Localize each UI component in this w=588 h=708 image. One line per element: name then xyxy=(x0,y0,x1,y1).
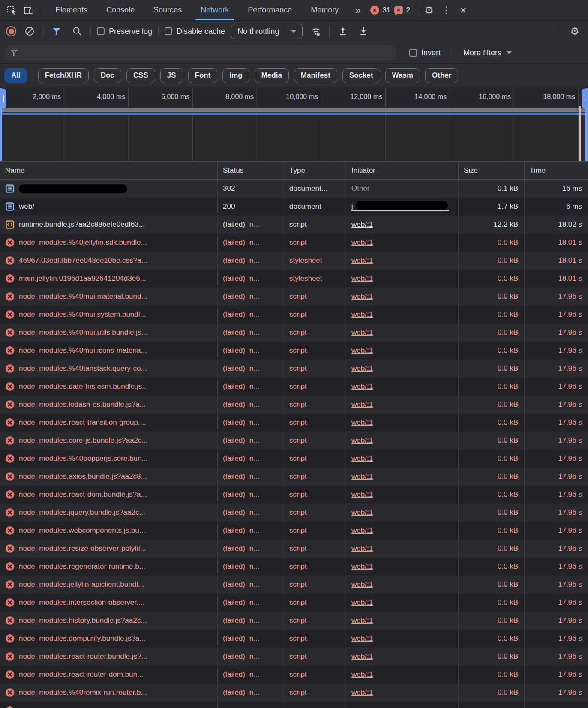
initiator-link[interactable]: web/:1 xyxy=(351,292,373,301)
chip-doc[interactable]: Doc xyxy=(94,68,121,83)
chip-media[interactable]: Media xyxy=(255,68,289,83)
network-request-row[interactable]: node_modules.history.bundle.js?aa2c...(f… xyxy=(0,612,588,630)
network-request-row[interactable] xyxy=(0,702,588,708)
initiator-link[interactable]: web/:1 xyxy=(351,562,373,571)
initiator-link[interactable]: web/:1 xyxy=(351,670,373,679)
initiator-link[interactable]: web/:1 xyxy=(351,238,373,247)
filter-icon[interactable] xyxy=(49,24,64,39)
initiator-link[interactable]: web/:1 xyxy=(351,508,373,517)
network-request-row[interactable]: web/200documentj1.7 kB6 ms xyxy=(0,198,588,216)
filter-input-container[interactable] xyxy=(4,45,396,61)
initiator-link[interactable]: web/:1 xyxy=(351,544,373,553)
settings-gear-icon[interactable]: ⚙ xyxy=(422,3,436,18)
network-request-row[interactable]: node_modules.date-fns.esm.bundle.js...(f… xyxy=(0,378,588,396)
network-request-row[interactable]: node_modules.%40mui.system.bundl...(fail… xyxy=(0,306,588,324)
close-devtools-icon[interactable]: ✕ xyxy=(456,3,471,18)
column-header-status[interactable]: Status xyxy=(217,162,284,179)
tab-sources[interactable]: Sources xyxy=(144,0,191,20)
initiator-link[interactable]: web/:1 xyxy=(351,400,373,409)
network-request-row[interactable]: node_modules.%40remix-run.router.b...(fa… xyxy=(0,684,588,702)
device-toolbar-icon[interactable] xyxy=(21,3,36,18)
overview-left-handle[interactable] xyxy=(0,89,6,108)
preserve-log-checkbox[interactable]: Preserve log xyxy=(97,27,152,36)
network-request-row[interactable]: node_modules.react-router.bundle.js?...(… xyxy=(0,648,588,666)
tab-console[interactable]: Console xyxy=(97,0,144,20)
error-badge-icon[interactable]: ✕ xyxy=(370,6,379,15)
chip-css[interactable]: CSS xyxy=(126,68,155,83)
chip-fetch-xhr[interactable]: Fetch/XHR xyxy=(38,68,89,83)
chip-img[interactable]: Img xyxy=(222,68,249,83)
column-header-type[interactable]: Type xyxy=(284,162,346,179)
network-conditions-icon[interactable] xyxy=(309,24,323,39)
network-request-row[interactable]: main.jellyfin.0196d1aa92641204d3e6....(f… xyxy=(0,270,588,288)
initiator-link[interactable]: web/:1 xyxy=(351,418,373,427)
network-request-row[interactable]: node_modules.core-js.bundle.js?aa2c...(f… xyxy=(0,432,588,450)
network-request-row[interactable]: node_modules.dompurify.bundle.js?a...(fa… xyxy=(0,630,588,648)
initiator-link[interactable]: web/:1 xyxy=(351,220,373,229)
overview-right-handle[interactable] xyxy=(582,89,588,108)
network-request-row[interactable]: node_modules.%40jellyfin.sdk.bundle...(f… xyxy=(0,234,588,252)
more-panels-button[interactable]: » xyxy=(351,4,365,16)
initiator-link[interactable]: web/:1 xyxy=(351,598,373,607)
network-overview[interactable]: 2,000 ms4,000 ms6,000 ms8,000 ms10,000 m… xyxy=(0,87,588,162)
redacted-initiator-link[interactable]: j xyxy=(351,202,449,211)
network-request-row[interactable]: node_modules.jquery.bundle.js?aa2c...(fa… xyxy=(0,504,588,522)
tab-elements[interactable]: Elements xyxy=(46,0,97,20)
initiator-link[interactable]: web/:1 xyxy=(351,382,373,391)
import-har-icon[interactable] xyxy=(336,24,350,39)
initiator-link[interactable]: web/:1 xyxy=(351,346,373,355)
network-request-row[interactable]: node_modules.react-dom.bundle.js?a...(fa… xyxy=(0,486,588,504)
column-header-time[interactable]: Time xyxy=(524,162,588,179)
issues-badge-icon[interactable]: ✕ xyxy=(394,6,403,14)
initiator-link[interactable]: web/:1 xyxy=(351,472,373,481)
chip-wasm[interactable]: Wasm xyxy=(385,68,420,83)
invert-checkbox[interactable]: Invert xyxy=(409,48,441,57)
network-request-row[interactable]: node_modules.resize-observer-polyfil...(… xyxy=(0,540,588,558)
initiator-link[interactable]: web/:1 xyxy=(351,526,373,535)
disable-cache-checkbox[interactable]: Disable cache xyxy=(165,27,225,36)
initiator-link[interactable]: web/:1 xyxy=(351,616,373,625)
initiator-link[interactable]: web/:1 xyxy=(351,634,373,643)
inspect-element-icon[interactable] xyxy=(4,3,19,18)
network-request-row[interactable]: node_modules.react-transition-group....(… xyxy=(0,414,588,432)
network-request-row[interactable]: node_modules.%40mui.material.bund...(fai… xyxy=(0,288,588,306)
checkbox-box[interactable] xyxy=(97,27,105,35)
chip-js[interactable]: JS xyxy=(160,68,183,83)
initiator-link[interactable]: web/:1 xyxy=(351,454,373,463)
initiator-link[interactable]: web/:1 xyxy=(351,310,373,319)
tab-performance[interactable]: Performance xyxy=(238,0,301,20)
column-header-initiator[interactable]: Initiator xyxy=(346,162,458,179)
network-request-row[interactable]: runtime.bundle.js?aa2c886efe0edf63...(fa… xyxy=(0,216,588,234)
initiator-link[interactable]: web/:1 xyxy=(351,652,373,661)
record-network-log-button[interactable] xyxy=(6,26,16,36)
chip-all[interactable]: All xyxy=(4,68,27,83)
network-request-row[interactable]: node_modules.regenerator-runtime.b...(fa… xyxy=(0,558,588,576)
network-request-row[interactable]: node_modules.%40mui.utils.bundle.js...(f… xyxy=(0,324,588,342)
checkbox-box[interactable] xyxy=(165,27,172,35)
initiator-link[interactable]: web/:1 xyxy=(351,490,373,499)
export-har-icon[interactable] xyxy=(356,24,371,39)
chip-socket[interactable]: Socket xyxy=(342,68,380,83)
more-filters-button[interactable]: More filters xyxy=(463,48,512,57)
chip-other[interactable]: Other xyxy=(425,68,458,83)
network-request-row[interactable]: node_modules.react-router-dom.bun...(fai… xyxy=(0,666,588,684)
initiator-link[interactable]: web/:1 xyxy=(351,688,373,697)
network-request-row[interactable]: node_modules.%40mui.icons-materia...(fai… xyxy=(0,342,588,360)
initiator-link[interactable]: web/:1 xyxy=(351,364,373,373)
network-request-row[interactable]: node_modules.lodash-es.bundle.js?a...(fa… xyxy=(0,396,588,414)
network-request-row[interactable]: node_modules.jellyfin-apiclient.bundl...… xyxy=(0,576,588,594)
chip-font[interactable]: Font xyxy=(188,68,218,83)
chip-manifest[interactable]: Manifest xyxy=(294,68,337,83)
initiator-link[interactable]: web/:1 xyxy=(351,274,373,283)
initiator-link[interactable]: web/:1 xyxy=(351,580,373,589)
network-request-row[interactable]: node_modules.%40popperjs.core.bun...(fai… xyxy=(0,450,588,468)
kebab-menu-icon[interactable]: ⋮ xyxy=(439,3,453,18)
clear-network-log-icon[interactable] xyxy=(22,24,37,39)
initiator-link[interactable]: web/:1 xyxy=(351,328,373,337)
network-settings-gear-icon[interactable]: ⚙ xyxy=(567,24,582,39)
tab-network[interactable]: Network xyxy=(191,0,238,20)
tab-memory[interactable]: Memory xyxy=(301,0,348,20)
checkbox-box[interactable] xyxy=(409,49,417,57)
column-header-name[interactable]: Name xyxy=(0,162,217,179)
throttling-dropdown[interactable]: No throttling xyxy=(231,24,303,39)
